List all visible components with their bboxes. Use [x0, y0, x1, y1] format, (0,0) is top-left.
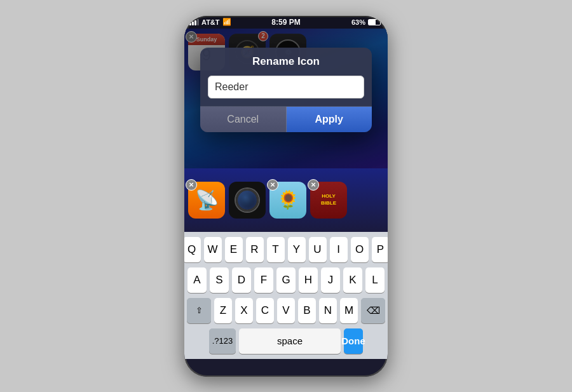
- dialog-input-wrap: [200, 73, 372, 106]
- key-b[interactable]: B: [298, 298, 316, 323]
- key-n[interactable]: N: [319, 298, 337, 323]
- key-h[interactable]: H: [299, 267, 318, 293]
- key-k[interactable]: K: [343, 267, 362, 293]
- app-icon-rss[interactable]: × 📡: [188, 182, 225, 219]
- delete-key[interactable]: ⌫: [361, 298, 385, 323]
- key-w[interactable]: W: [204, 237, 222, 262]
- status-right: 63%: [351, 18, 383, 26]
- bible-line2: BIBLE: [321, 200, 336, 206]
- wallpaper: × Sunday 9 🧭 2 ⚙️ Rename Icon C: [184, 29, 388, 168]
- app-icon-bible[interactable]: × HOLY BIBLE: [310, 182, 347, 219]
- key-q[interactable]: Q: [184, 237, 201, 262]
- key-v[interactable]: V: [277, 298, 295, 323]
- keyboard-row-bottom: .?123 space Done: [187, 328, 385, 354]
- key-x[interactable]: X: [235, 298, 253, 323]
- done-key[interactable]: Done: [344, 328, 363, 354]
- apply-button[interactable]: Apply: [287, 107, 372, 132]
- bottom-icons-area: × 📡 × 🌻 × HOLY BIBLE: [184, 168, 388, 232]
- key-m[interactable]: M: [340, 298, 358, 323]
- cancel-button[interactable]: Cancel: [200, 107, 287, 132]
- key-l[interactable]: L: [365, 267, 385, 293]
- rename-input[interactable]: [208, 76, 364, 98]
- keyboard-row-1: Q W E R T Y U I O P: [187, 237, 385, 262]
- phone-shell: AT&T 📶 8:59 PM 63% × Sunday 9 🧭 2: [184, 16, 388, 377]
- key-e[interactable]: E: [225, 237, 243, 262]
- key-u[interactable]: U: [309, 237, 327, 262]
- space-key[interactable]: space: [239, 328, 341, 354]
- keyboard-row-3: ⇧ Z X C V B N M ⌫: [187, 298, 385, 323]
- rename-dialog: Rename Icon Cancel Apply: [200, 48, 372, 132]
- key-r[interactable]: R: [246, 237, 264, 262]
- key-y[interactable]: Y: [288, 237, 306, 262]
- time-label: 8:59 PM: [271, 18, 300, 27]
- key-d[interactable]: D: [232, 267, 251, 293]
- app-icon-camera[interactable]: [229, 182, 266, 219]
- dialog-buttons: Cancel Apply: [200, 106, 372, 132]
- signal-bars-icon: [189, 19, 199, 25]
- key-g[interactable]: G: [276, 267, 296, 293]
- rss-icon: 📡: [195, 189, 219, 211]
- delete-badge-rss[interactable]: ×: [186, 179, 197, 191]
- app-icon-sunflower[interactable]: × 🌻: [269, 182, 306, 219]
- keyboard-row-2: A S D F G H J K L: [187, 267, 385, 293]
- key-t[interactable]: T: [267, 237, 285, 262]
- key-c[interactable]: C: [256, 298, 274, 323]
- delete-badge-bible[interactable]: ×: [308, 179, 319, 191]
- status-left: AT&T 📶: [189, 18, 231, 26]
- keyboard: Q W E R T Y U I O P A S D F G H J K L ⇧ …: [184, 232, 388, 359]
- sunflower-icon: 🌻: [277, 189, 299, 210]
- numbers-key[interactable]: .?123: [209, 328, 236, 354]
- key-s[interactable]: S: [210, 267, 229, 293]
- key-a[interactable]: A: [187, 267, 207, 293]
- status-bar: AT&T 📶 8:59 PM 63%: [184, 16, 388, 29]
- key-o[interactable]: O: [351, 237, 369, 262]
- delete-badge-sunflower[interactable]: ×: [267, 179, 278, 191]
- battery-percent-label: 63%: [351, 18, 365, 26]
- shift-key[interactable]: ⇧: [187, 298, 211, 323]
- key-p[interactable]: P: [372, 237, 388, 262]
- battery-icon: [368, 19, 383, 25]
- key-f[interactable]: F: [254, 267, 273, 293]
- dialog-overlay: Rename Icon Cancel Apply: [184, 29, 388, 168]
- key-j[interactable]: J: [321, 267, 340, 293]
- wifi-icon: 📶: [222, 18, 231, 26]
- key-i[interactable]: I: [330, 237, 348, 262]
- carrier-label: AT&T: [201, 18, 220, 26]
- bible-line1: HOLY: [322, 193, 336, 199]
- key-z[interactable]: Z: [214, 298, 232, 323]
- camera-lens-icon: [236, 189, 259, 212]
- dialog-title: Rename Icon: [200, 48, 372, 73]
